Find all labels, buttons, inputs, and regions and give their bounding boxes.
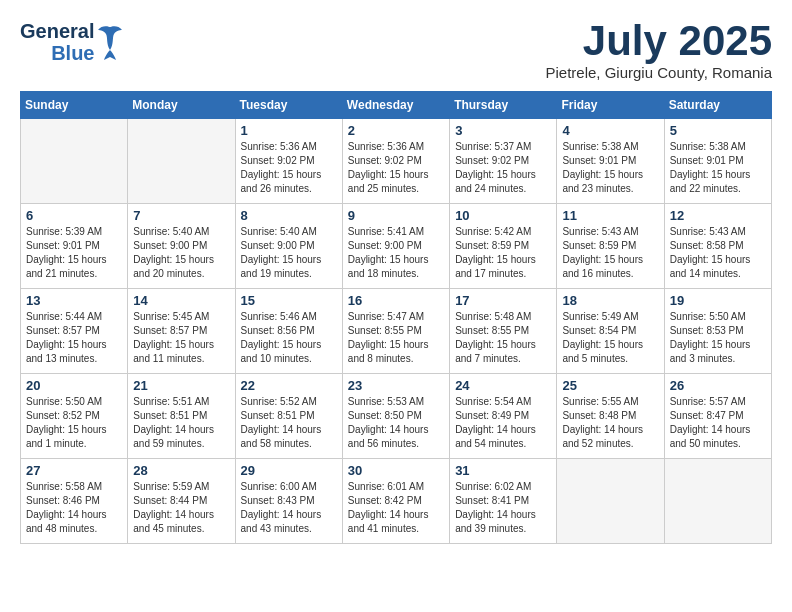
day-info: Sunrise: 5:43 AM Sunset: 8:58 PM Dayligh… — [670, 225, 766, 281]
calendar-cell: 24Sunrise: 5:54 AM Sunset: 8:49 PM Dayli… — [450, 374, 557, 459]
day-info: Sunrise: 5:50 AM Sunset: 8:52 PM Dayligh… — [26, 395, 122, 451]
calendar-cell: 11Sunrise: 5:43 AM Sunset: 8:59 PM Dayli… — [557, 204, 664, 289]
day-number: 3 — [455, 123, 551, 138]
day-info: Sunrise: 5:50 AM Sunset: 8:53 PM Dayligh… — [670, 310, 766, 366]
calendar-cell: 5Sunrise: 5:38 AM Sunset: 9:01 PM Daylig… — [664, 119, 771, 204]
logo-bird-icon — [96, 22, 124, 62]
calendar-cell — [21, 119, 128, 204]
weekday-header-thursday: Thursday — [450, 92, 557, 119]
day-number: 4 — [562, 123, 658, 138]
calendar-cell: 30Sunrise: 6:01 AM Sunset: 8:42 PM Dayli… — [342, 459, 449, 544]
calendar-cell — [557, 459, 664, 544]
day-info: Sunrise: 5:57 AM Sunset: 8:47 PM Dayligh… — [670, 395, 766, 451]
day-number: 30 — [348, 463, 444, 478]
weekday-header-wednesday: Wednesday — [342, 92, 449, 119]
weekday-header-friday: Friday — [557, 92, 664, 119]
page-header: General Blue July 2025 Pietrele, Giurgiu… — [20, 20, 772, 81]
calendar-cell: 20Sunrise: 5:50 AM Sunset: 8:52 PM Dayli… — [21, 374, 128, 459]
calendar-cell: 26Sunrise: 5:57 AM Sunset: 8:47 PM Dayli… — [664, 374, 771, 459]
day-number: 12 — [670, 208, 766, 223]
calendar-cell: 3Sunrise: 5:37 AM Sunset: 9:02 PM Daylig… — [450, 119, 557, 204]
calendar-cell: 6Sunrise: 5:39 AM Sunset: 9:01 PM Daylig… — [21, 204, 128, 289]
day-number: 6 — [26, 208, 122, 223]
day-info: Sunrise: 5:52 AM Sunset: 8:51 PM Dayligh… — [241, 395, 337, 451]
day-info: Sunrise: 5:37 AM Sunset: 9:02 PM Dayligh… — [455, 140, 551, 196]
day-number: 21 — [133, 378, 229, 393]
day-info: Sunrise: 6:01 AM Sunset: 8:42 PM Dayligh… — [348, 480, 444, 536]
day-info: Sunrise: 5:45 AM Sunset: 8:57 PM Dayligh… — [133, 310, 229, 366]
day-number: 5 — [670, 123, 766, 138]
month-title: July 2025 — [546, 20, 773, 62]
calendar-cell: 7Sunrise: 5:40 AM Sunset: 9:00 PM Daylig… — [128, 204, 235, 289]
day-number: 17 — [455, 293, 551, 308]
calendar-cell: 18Sunrise: 5:49 AM Sunset: 8:54 PM Dayli… — [557, 289, 664, 374]
weekday-header-sunday: Sunday — [21, 92, 128, 119]
day-info: Sunrise: 5:49 AM Sunset: 8:54 PM Dayligh… — [562, 310, 658, 366]
day-number: 25 — [562, 378, 658, 393]
day-number: 27 — [26, 463, 122, 478]
day-number: 29 — [241, 463, 337, 478]
calendar-table: SundayMondayTuesdayWednesdayThursdayFrid… — [20, 91, 772, 544]
day-info: Sunrise: 5:55 AM Sunset: 8:48 PM Dayligh… — [562, 395, 658, 451]
day-info: Sunrise: 5:40 AM Sunset: 9:00 PM Dayligh… — [133, 225, 229, 281]
day-info: Sunrise: 5:46 AM Sunset: 8:56 PM Dayligh… — [241, 310, 337, 366]
day-number: 26 — [670, 378, 766, 393]
day-info: Sunrise: 5:38 AM Sunset: 9:01 PM Dayligh… — [670, 140, 766, 196]
day-info: Sunrise: 5:36 AM Sunset: 9:02 PM Dayligh… — [241, 140, 337, 196]
day-info: Sunrise: 5:41 AM Sunset: 9:00 PM Dayligh… — [348, 225, 444, 281]
calendar-cell: 2Sunrise: 5:36 AM Sunset: 9:02 PM Daylig… — [342, 119, 449, 204]
calendar-cell — [128, 119, 235, 204]
calendar-cell: 31Sunrise: 6:02 AM Sunset: 8:41 PM Dayli… — [450, 459, 557, 544]
day-info: Sunrise: 5:51 AM Sunset: 8:51 PM Dayligh… — [133, 395, 229, 451]
day-number: 19 — [670, 293, 766, 308]
week-row-5: 27Sunrise: 5:58 AM Sunset: 8:46 PM Dayli… — [21, 459, 772, 544]
day-info: Sunrise: 5:40 AM Sunset: 9:00 PM Dayligh… — [241, 225, 337, 281]
calendar-cell: 9Sunrise: 5:41 AM Sunset: 9:00 PM Daylig… — [342, 204, 449, 289]
week-row-1: 1Sunrise: 5:36 AM Sunset: 9:02 PM Daylig… — [21, 119, 772, 204]
calendar-cell: 17Sunrise: 5:48 AM Sunset: 8:55 PM Dayli… — [450, 289, 557, 374]
calendar-cell: 21Sunrise: 5:51 AM Sunset: 8:51 PM Dayli… — [128, 374, 235, 459]
day-info: Sunrise: 5:39 AM Sunset: 9:01 PM Dayligh… — [26, 225, 122, 281]
day-number: 2 — [348, 123, 444, 138]
calendar-cell: 16Sunrise: 5:47 AM Sunset: 8:55 PM Dayli… — [342, 289, 449, 374]
day-number: 18 — [562, 293, 658, 308]
week-row-3: 13Sunrise: 5:44 AM Sunset: 8:57 PM Dayli… — [21, 289, 772, 374]
logo-blue: Blue — [51, 42, 94, 64]
day-number: 24 — [455, 378, 551, 393]
day-info: Sunrise: 5:42 AM Sunset: 8:59 PM Dayligh… — [455, 225, 551, 281]
day-number: 1 — [241, 123, 337, 138]
calendar-cell: 10Sunrise: 5:42 AM Sunset: 8:59 PM Dayli… — [450, 204, 557, 289]
calendar-cell: 23Sunrise: 5:53 AM Sunset: 8:50 PM Dayli… — [342, 374, 449, 459]
week-row-2: 6Sunrise: 5:39 AM Sunset: 9:01 PM Daylig… — [21, 204, 772, 289]
week-row-4: 20Sunrise: 5:50 AM Sunset: 8:52 PM Dayli… — [21, 374, 772, 459]
day-info: Sunrise: 5:44 AM Sunset: 8:57 PM Dayligh… — [26, 310, 122, 366]
calendar-cell: 1Sunrise: 5:36 AM Sunset: 9:02 PM Daylig… — [235, 119, 342, 204]
day-number: 15 — [241, 293, 337, 308]
calendar-cell: 12Sunrise: 5:43 AM Sunset: 8:58 PM Dayli… — [664, 204, 771, 289]
day-number: 13 — [26, 293, 122, 308]
calendar-cell: 22Sunrise: 5:52 AM Sunset: 8:51 PM Dayli… — [235, 374, 342, 459]
logo-general: General — [20, 20, 94, 42]
weekday-header-tuesday: Tuesday — [235, 92, 342, 119]
day-info: Sunrise: 6:02 AM Sunset: 8:41 PM Dayligh… — [455, 480, 551, 536]
day-number: 23 — [348, 378, 444, 393]
calendar-cell: 19Sunrise: 5:50 AM Sunset: 8:53 PM Dayli… — [664, 289, 771, 374]
calendar-cell: 28Sunrise: 5:59 AM Sunset: 8:44 PM Dayli… — [128, 459, 235, 544]
title-block: July 2025 Pietrele, Giurgiu County, Roma… — [546, 20, 773, 81]
day-number: 31 — [455, 463, 551, 478]
day-info: Sunrise: 5:54 AM Sunset: 8:49 PM Dayligh… — [455, 395, 551, 451]
day-number: 16 — [348, 293, 444, 308]
day-number: 9 — [348, 208, 444, 223]
day-number: 20 — [26, 378, 122, 393]
day-info: Sunrise: 5:43 AM Sunset: 8:59 PM Dayligh… — [562, 225, 658, 281]
day-info: Sunrise: 5:48 AM Sunset: 8:55 PM Dayligh… — [455, 310, 551, 366]
day-info: Sunrise: 5:38 AM Sunset: 9:01 PM Dayligh… — [562, 140, 658, 196]
day-number: 11 — [562, 208, 658, 223]
weekday-header-saturday: Saturday — [664, 92, 771, 119]
day-info: Sunrise: 5:36 AM Sunset: 9:02 PM Dayligh… — [348, 140, 444, 196]
calendar-cell: 8Sunrise: 5:40 AM Sunset: 9:00 PM Daylig… — [235, 204, 342, 289]
day-info: Sunrise: 5:53 AM Sunset: 8:50 PM Dayligh… — [348, 395, 444, 451]
calendar-cell — [664, 459, 771, 544]
calendar-cell: 15Sunrise: 5:46 AM Sunset: 8:56 PM Dayli… — [235, 289, 342, 374]
calendar-cell: 14Sunrise: 5:45 AM Sunset: 8:57 PM Dayli… — [128, 289, 235, 374]
